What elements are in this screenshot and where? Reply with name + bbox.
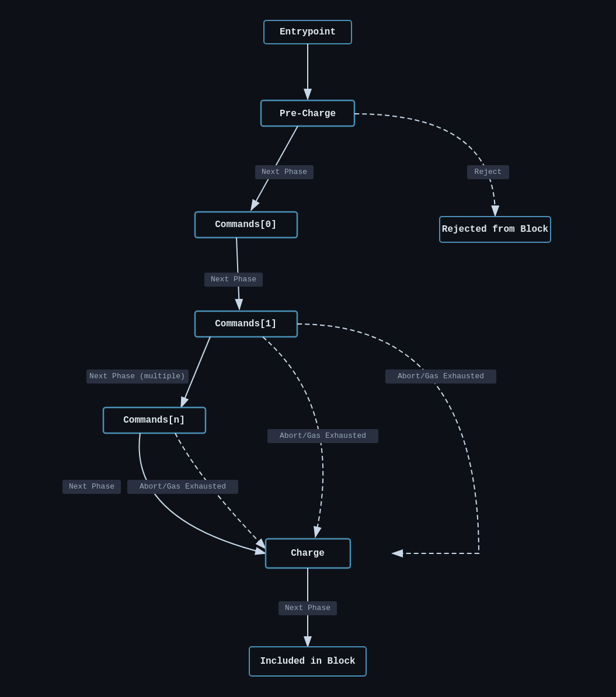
edge-precharge-rejected: [354, 114, 495, 216]
abort-gas-label-3: Abort/Gas Exhausted: [140, 482, 226, 491]
commands1-label: Commands[1]: [215, 319, 277, 329]
label-abort-gas-1: Abort/Gas Exhausted: [385, 370, 496, 384]
reject-label: Reject: [475, 168, 502, 176]
node-entrypoint: Entrypoint: [264, 20, 351, 44]
included-label: Included in Block: [260, 656, 356, 667]
next-phase-multiple-label: Next Phase (multiple): [89, 372, 185, 381]
label-abort-gas-2: Abort/Gas Exhausted: [267, 429, 378, 443]
precharge-label: Pre-Charge: [280, 109, 336, 119]
label-reject: Reject: [467, 165, 509, 179]
label-next-phase-multiple: Next Phase (multiple): [86, 370, 189, 384]
next-phase-label-1: Next Phase: [262, 168, 307, 176]
node-precharge: Pre-Charge: [261, 100, 354, 126]
label-next-phase-4: Next Phase: [279, 601, 337, 615]
label-next-phase-2: Next Phase: [204, 273, 263, 287]
node-commands0: Commands[0]: [195, 212, 297, 238]
next-phase-label-4: Next Phase: [285, 604, 330, 612]
entrypoint-label: Entrypoint: [280, 27, 336, 37]
label-next-phase-3: Next Phase: [62, 480, 121, 494]
node-commands1: Commands[1]: [195, 311, 297, 337]
rejected-label: Rejected from Block: [442, 224, 549, 235]
node-rejected: Rejected from Block: [440, 217, 551, 242]
abort-gas-label-2: Abort/Gas Exhausted: [280, 431, 366, 440]
next-phase-label-3: Next Phase: [69, 482, 114, 491]
flow-diagram: Entrypoint Pre-Charge Next Phase Reject …: [0, 0, 616, 697]
commands0-label: Commands[0]: [215, 219, 277, 230]
commandsn-label: Commands[n]: [123, 415, 185, 426]
label-next-phase-1: Next Phase: [255, 165, 314, 179]
label-abort-gas-3: Abort/Gas Exhausted: [127, 480, 238, 494]
node-charge: Charge: [266, 539, 350, 568]
node-included: Included in Block: [249, 647, 366, 676]
abort-gas-label-1: Abort/Gas Exhausted: [398, 372, 484, 381]
next-phase-label-2: Next Phase: [211, 275, 256, 284]
charge-label: Charge: [291, 548, 325, 559]
node-commandsn: Commands[n]: [103, 407, 206, 433]
